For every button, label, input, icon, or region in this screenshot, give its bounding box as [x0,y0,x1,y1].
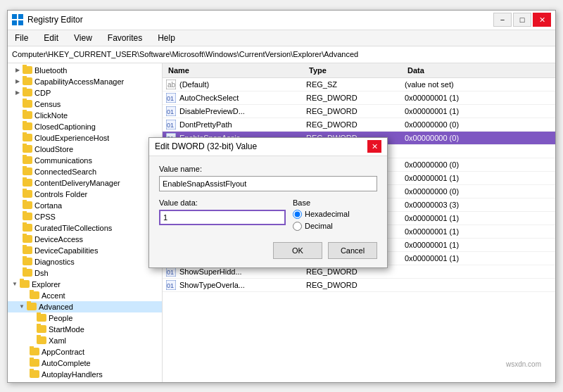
sidebar-item-closedcaptioning[interactable]: ClosedCaptioning [8,121,162,132]
address-bar: Computer\HKEY_CURRENT_USER\Software\Micr… [8,46,555,63]
sidebar-item-cpss[interactable]: CPSS [8,211,162,222]
folder-icon-autoplayhandlers [29,369,40,379]
tree-label-cpss: CPSS [34,213,56,221]
tree-label-autoplayhandlers: AutoplayHandlers [42,370,103,379]
sidebar-item-explorer[interactable]: ▼ Explorer [8,279,162,290]
sidebar-item-people[interactable]: People [8,312,162,324]
menu-edit[interactable]: Edit [39,32,63,44]
dialog-title-bar: Edit DWORD (32-bit) Value ✕ [149,138,387,156]
tree-label-dsh: Dsh [34,269,49,277]
svg-text:01: 01 [167,122,174,129]
tree-label-accent: Accent [42,291,65,300]
tree-label-capability: CapabilityAccessManager [34,77,124,86]
tree-arrow-explorer: ▼ [11,280,19,289]
menu-favorites[interactable]: Favorites [103,32,146,44]
menu-file[interactable]: File [11,32,32,44]
dialog-close-button[interactable]: ✕ [367,140,381,153]
menu-help[interactable]: Help [153,32,179,44]
tree-label-curatedtilecollections: CuratedTileCollections [34,224,112,232]
sidebar-item-cdp[interactable]: ▶ CDP [8,87,162,99]
sidebar-item-contentdeliverymanager[interactable]: ContentDeliveryManager [8,177,162,189]
folder-icon-dsh [22,268,33,278]
table-row[interactable]: 01 ShowTypeOverla... REG_DWORD [163,279,555,292]
folder-icon-autocomplete [29,358,40,368]
table-row[interactable]: 01 DisablePreviewD... REG_DWORD 0x000000… [163,105,555,118]
minimize-button[interactable]: − [493,13,512,27]
row-data-showcompcolor: 0x00000001 (1) [402,214,555,222]
folder-icon-capability [22,77,33,87]
tree-arrow-census [13,100,22,108]
sidebar-item-capability[interactable]: ▶ CapabilityAccessManager [8,76,162,87]
tree-label-cloudexperiencehost: CloudExperienceHost [34,134,109,142]
sidebar-item-autocomplete[interactable]: AutoComplete [8,358,162,369]
value-name-input[interactable] [159,176,377,191]
sidebar-item-deviceaccess[interactable]: DeviceAccess [8,234,162,245]
close-button[interactable]: ✕ [533,13,551,27]
sidebar-item-xaml[interactable]: Xaml [8,335,162,346]
title-bar: Registry Editor − □ ✕ [8,11,555,30]
row-data-disablepreview: 0x00000001 (1) [402,107,555,115]
table-row[interactable]: 01 AutoCheckSelect REG_DWORD 0x00000001 … [163,91,555,105]
sidebar-item-diagnostics[interactable]: Diagnostics [8,256,162,267]
tree-arrow-closedcaptioning [13,122,22,131]
row-data-dontprettypath: 0x00000000 (0) [402,120,555,129]
tree-arrow-xaml [27,336,36,345]
sidebar-item-accent[interactable]: Accent [8,290,162,301]
row-name-autocheckselect: 01 AutoCheckSelect [163,92,303,103]
tree-label-census: Census [34,100,61,108]
sidebar-item-advanced[interactable]: ▼ Advanced [8,301,162,312]
folder-icon-diagnostics [22,257,33,267]
reg-icon-disablepreview: 01 [165,106,177,117]
svg-rect-1 [18,14,23,19]
hexadecimal-radio[interactable] [293,210,302,219]
tree-arrow-bluetooth: ▶ [13,66,22,75]
table-row[interactable]: ab (Default) REG_SZ (value not set) [163,78,555,91]
sidebar-item-cloudstore[interactable]: CloudStore [8,144,162,155]
sidebar-item-cortana[interactable]: Cortana [8,200,162,211]
table-row[interactable]: 01 DontPrettyPath REG_DWORD 0x00000000 (… [163,118,555,132]
sidebar-item-bluetooth[interactable]: ▶ Bluetooth [8,65,162,76]
tree-arrow-cloudstore [13,145,22,153]
menu-bar: File Edit View Favorites Help [8,30,555,46]
folder-icon-deviceaccess [22,234,33,244]
address-path: Computer\HKEY_CURRENT_USER\Software\Micr… [12,50,358,58]
sidebar-item-connectedsearch[interactable]: ConnectedSearch [8,166,162,177]
svg-text:01: 01 [167,108,174,115]
sidebar-item-cloudexperiencehost[interactable]: CloudExperienceHost [8,132,162,144]
sidebar-item-clicknote[interactable]: ClickNote [8,110,162,121]
sidebar-item-census[interactable]: Census [8,99,162,110]
value-data-input[interactable] [159,210,286,225]
folder-icon-communications [22,156,33,165]
reg-icon-default: ab [165,79,177,90]
sidebar-item-curatedtilecollections[interactable]: CuratedTileCollections [8,222,162,234]
svg-text:01: 01 [167,282,174,289]
tree-arrow-deviceaccess [13,235,22,244]
sidebar-item-communications[interactable]: Communications [8,155,162,166]
ok-button[interactable]: OK [273,242,322,259]
tree-arrow-dsh [13,269,22,277]
cancel-button[interactable]: Cancel [328,242,377,259]
sidebar-item-appcontract[interactable]: AppContract [8,346,162,358]
row-data-hidden: 0x00000001 (1) [402,174,555,182]
folder-icon-cpss [22,212,33,222]
tree-arrow-advanced: ▼ [18,303,26,311]
svg-rect-0 [12,14,17,19]
menu-view[interactable]: View [70,32,96,44]
tree-arrow-autoplayhandlers [20,370,29,379]
sidebar-item-devicecapabilities[interactable]: DeviceCapabilities [8,245,162,256]
sidebar-item-startmode[interactable]: StartMode [8,324,162,335]
reg-icon-autocheckselect: 01 [165,92,177,103]
tree-label-autocomplete: AutoComplete [42,359,91,367]
folder-icon-appcontract [29,347,40,357]
svg-text:01: 01 [167,95,174,102]
edit-dword-dialog: Edit DWORD (32-bit) Value ✕ Value name: … [148,137,388,268]
tree-arrow-contentdeliverymanager [13,179,22,187]
maximize-button[interactable]: □ [513,13,531,27]
window-controls: − □ ✕ [493,13,551,27]
sidebar-item-controlsfolder[interactable]: Controls Folder [8,189,162,200]
decimal-radio[interactable] [293,222,302,231]
tree-arrow-diagnostics [13,258,22,266]
sidebar-item-dsh[interactable]: Dsh [8,267,162,279]
tree-label-cortana: Cortana [34,201,62,210]
sidebar-item-autoplayhandlers[interactable]: AutoplayHandlers [8,369,162,380]
